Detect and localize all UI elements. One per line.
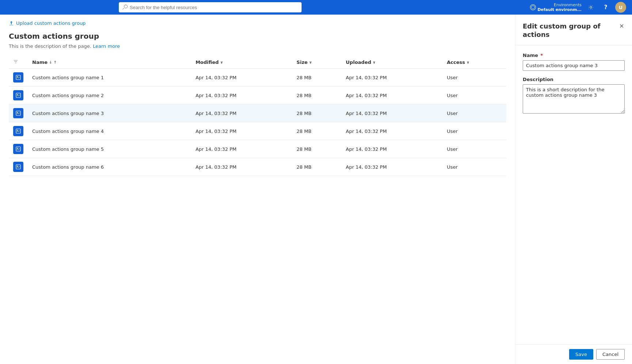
- help-button[interactable]: ?: [601, 2, 611, 12]
- row-modified: Apr 14, 03:32 PM: [191, 69, 292, 87]
- row-icon-cell: [9, 122, 28, 140]
- row-name: Custom actions group name 1: [28, 69, 191, 87]
- row-uploaded: Apr 14, 03:32 PM: [341, 140, 442, 158]
- sort-desc-icon: ↓: [49, 60, 52, 64]
- required-indicator: *: [539, 53, 543, 58]
- row-size: 28 MB: [292, 140, 341, 158]
- row-modified: Apr 14, 03:32 PM: [191, 158, 292, 176]
- table-row[interactable]: Custom actions group name 4 Apr 14, 03:3…: [9, 122, 506, 140]
- row-name: Custom actions group name 4: [28, 122, 191, 140]
- th-access[interactable]: Access ∨: [443, 56, 507, 69]
- environment-selector[interactable]: Environments Default environm...: [530, 3, 582, 12]
- th-size[interactable]: Size ∨: [292, 56, 341, 69]
- row-access: User: [443, 104, 507, 122]
- uploaded-sort-icon: ∨: [373, 60, 376, 64]
- panel-footer: Save Cancel: [515, 344, 632, 364]
- help-icon: ?: [604, 4, 608, 11]
- row-size: 28 MB: [292, 104, 341, 122]
- description-label: Description: [523, 77, 625, 82]
- row-access: User: [443, 69, 507, 87]
- row-icon: [13, 90, 23, 100]
- avatar[interactable]: U: [615, 2, 626, 13]
- close-panel-button[interactable]: ✕: [618, 22, 625, 30]
- top-nav: Environments Default environm... ? U: [0, 0, 632, 15]
- row-size: 28 MB: [292, 87, 341, 104]
- search-bar[interactable]: [119, 2, 302, 12]
- close-icon: ✕: [619, 23, 624, 30]
- cancel-button[interactable]: Cancel: [596, 349, 625, 360]
- main-layout: Upload custom actions group Custom actio…: [0, 15, 632, 364]
- svg-rect-0: [16, 75, 20, 80]
- th-uploaded[interactable]: Uploaded ∨: [341, 56, 442, 69]
- row-size: 28 MB: [292, 158, 341, 176]
- row-name: Custom actions group name 3: [28, 104, 191, 122]
- svg-rect-2: [16, 93, 20, 97]
- row-icon-cell: [9, 158, 28, 176]
- panel-title: Edit custom group of actions: [523, 22, 618, 39]
- row-size: 28 MB: [292, 69, 341, 87]
- table-row[interactable]: Custom actions group name 5 Apr 14, 03:3…: [9, 140, 506, 158]
- row-uploaded: Apr 14, 03:32 PM: [341, 104, 442, 122]
- row-icon-cell: [9, 87, 28, 104]
- access-sort-icon: ∨: [466, 60, 469, 64]
- upload-action-label: Upload custom actions group: [16, 20, 86, 26]
- page-content: Upload custom actions group Custom actio…: [0, 15, 515, 364]
- panel-header: Edit custom group of actions ✕: [515, 15, 632, 45]
- row-modified: Apr 14, 03:32 PM: [191, 140, 292, 158]
- row-icon-cell: [9, 140, 28, 158]
- row-access: User: [443, 140, 507, 158]
- table-row[interactable]: Custom actions group name 3 Apr 14, 03:3…: [9, 104, 506, 122]
- settings-button[interactable]: [586, 2, 596, 12]
- row-icon-cell: [9, 104, 28, 122]
- side-panel: Edit custom group of actions ✕ Name * De…: [515, 15, 632, 364]
- panel-body: Name * Description: [515, 45, 632, 344]
- upload-icon: [9, 21, 14, 26]
- search-icon: [122, 5, 128, 10]
- svg-point-11: [17, 166, 18, 167]
- svg-rect-8: [16, 147, 20, 151]
- upload-action[interactable]: Upload custom actions group: [9, 20, 506, 26]
- name-label: Name *: [523, 53, 625, 58]
- svg-point-9: [17, 148, 18, 149]
- svg-rect-10: [16, 165, 20, 169]
- svg-rect-6: [16, 129, 20, 133]
- table-body: Custom actions group name 1 Apr 14, 03:3…: [9, 69, 506, 176]
- table-row[interactable]: Custom actions group name 2 Apr 14, 03:3…: [9, 87, 506, 104]
- row-name: Custom actions group name 2: [28, 87, 191, 104]
- sort-asc-icon: ↑: [53, 60, 56, 64]
- environment-label: Environments Default environm...: [537, 3, 582, 12]
- table-row[interactable]: Custom actions group name 1 Apr 14, 03:3…: [9, 69, 506, 87]
- search-input[interactable]: [130, 5, 298, 10]
- learn-more-link[interactable]: Learn more: [93, 43, 120, 49]
- th-name[interactable]: Name ↓ ↑: [28, 56, 191, 69]
- row-icon: [13, 162, 23, 172]
- description-textarea[interactable]: [523, 84, 625, 114]
- row-access: User: [443, 87, 507, 104]
- modified-sort-icon: ∨: [220, 60, 223, 64]
- row-uploaded: Apr 14, 03:32 PM: [341, 122, 442, 140]
- description-field: Description: [523, 77, 625, 115]
- table-row[interactable]: Custom actions group name 6 Apr 14, 03:3…: [9, 158, 506, 176]
- svg-point-5: [17, 112, 18, 113]
- row-uploaded: Apr 14, 03:32 PM: [341, 69, 442, 87]
- row-uploaded: Apr 14, 03:32 PM: [341, 158, 442, 176]
- save-button[interactable]: Save: [569, 349, 593, 360]
- row-access: User: [443, 158, 507, 176]
- row-name: Custom actions group name 5: [28, 140, 191, 158]
- th-modified[interactable]: Modified ∨: [191, 56, 292, 69]
- row-modified: Apr 14, 03:32 PM: [191, 122, 292, 140]
- row-access: User: [443, 122, 507, 140]
- row-size: 28 MB: [292, 122, 341, 140]
- svg-rect-4: [16, 111, 20, 115]
- row-modified: Apr 14, 03:32 PM: [191, 87, 292, 104]
- row-modified: Apr 14, 03:32 PM: [191, 104, 292, 122]
- table-header: Name ↓ ↑ Modified ∨ Size: [9, 56, 506, 69]
- th-icon: [9, 56, 28, 69]
- nav-right: Environments Default environm... ? U: [530, 2, 626, 13]
- svg-point-7: [17, 130, 18, 131]
- svg-point-1: [17, 76, 18, 77]
- row-icon-cell: [9, 69, 28, 87]
- row-name: Custom actions group name 6: [28, 158, 191, 176]
- name-input[interactable]: [523, 60, 625, 71]
- row-icon: [13, 108, 23, 118]
